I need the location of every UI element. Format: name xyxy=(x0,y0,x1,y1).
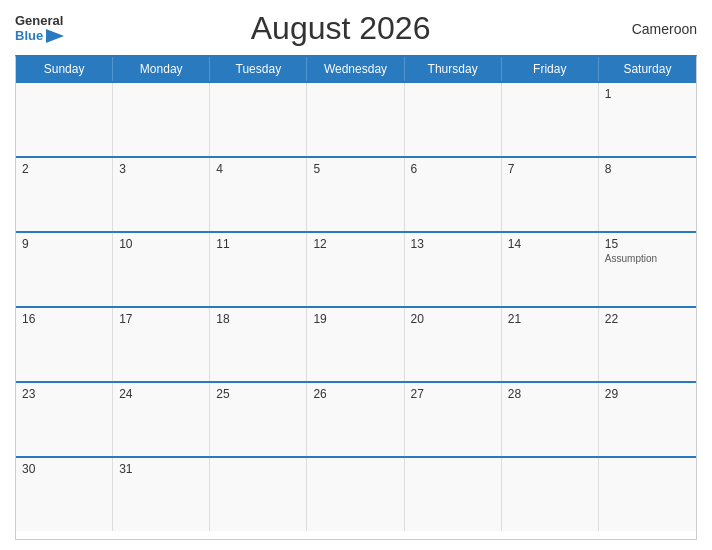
logo-blue: Blue xyxy=(15,29,43,44)
day-cell: 12 xyxy=(307,233,404,306)
calendar-page: General Blue August 2026 Cameroon Sunday… xyxy=(0,0,712,550)
country-label: Cameroon xyxy=(617,21,697,37)
day-cell: 21 xyxy=(502,308,599,381)
calendar: Sunday Monday Tuesday Wednesday Thursday… xyxy=(15,55,697,540)
day-cell: 5 xyxy=(307,158,404,231)
logo: General Blue xyxy=(15,14,64,44)
day-cell: 24 xyxy=(113,383,210,456)
day-cell: 29 xyxy=(599,383,696,456)
day-cell: 23 xyxy=(16,383,113,456)
day-number: 13 xyxy=(411,237,495,251)
day-cell: 16 xyxy=(16,308,113,381)
day-number: 24 xyxy=(119,387,203,401)
day-number: 9 xyxy=(22,237,106,251)
day-cell xyxy=(307,458,404,531)
day-cell: 8 xyxy=(599,158,696,231)
day-cell: 19 xyxy=(307,308,404,381)
day-number: 12 xyxy=(313,237,397,251)
day-cell: 17 xyxy=(113,308,210,381)
logo-flag-icon xyxy=(46,29,64,43)
day-cell: 26 xyxy=(307,383,404,456)
day-number: 15 xyxy=(605,237,690,251)
day-number: 11 xyxy=(216,237,300,251)
day-number: 30 xyxy=(22,462,106,476)
day-cell: 25 xyxy=(210,383,307,456)
week-row: 9101112131415Assumption xyxy=(16,231,696,306)
day-cell xyxy=(599,458,696,531)
day-cell: 14 xyxy=(502,233,599,306)
holiday-label: Assumption xyxy=(605,253,690,264)
header: General Blue August 2026 Cameroon xyxy=(15,10,697,47)
day-header-tue: Tuesday xyxy=(210,57,307,81)
day-number: 7 xyxy=(508,162,592,176)
day-cell: 15Assumption xyxy=(599,233,696,306)
day-number: 8 xyxy=(605,162,690,176)
day-number: 31 xyxy=(119,462,203,476)
day-number: 3 xyxy=(119,162,203,176)
day-cell: 30 xyxy=(16,458,113,531)
day-cell xyxy=(210,83,307,156)
day-number: 28 xyxy=(508,387,592,401)
day-number: 22 xyxy=(605,312,690,326)
day-cell: 9 xyxy=(16,233,113,306)
day-cell: 7 xyxy=(502,158,599,231)
week-row: 2345678 xyxy=(16,156,696,231)
day-number: 21 xyxy=(508,312,592,326)
day-cell xyxy=(210,458,307,531)
day-number: 5 xyxy=(313,162,397,176)
day-cell: 1 xyxy=(599,83,696,156)
day-number: 16 xyxy=(22,312,106,326)
day-number: 10 xyxy=(119,237,203,251)
day-cell: 6 xyxy=(405,158,502,231)
day-cell: 11 xyxy=(210,233,307,306)
day-cell xyxy=(16,83,113,156)
day-cell xyxy=(502,83,599,156)
day-cell xyxy=(502,458,599,531)
day-number: 4 xyxy=(216,162,300,176)
day-cell: 28 xyxy=(502,383,599,456)
day-cell: 20 xyxy=(405,308,502,381)
day-number: 20 xyxy=(411,312,495,326)
week-row: 3031 xyxy=(16,456,696,531)
day-cell: 27 xyxy=(405,383,502,456)
svg-marker-0 xyxy=(46,29,64,43)
day-header-wed: Wednesday xyxy=(307,57,404,81)
day-cell xyxy=(405,458,502,531)
day-header-thu: Thursday xyxy=(405,57,502,81)
day-cell xyxy=(307,83,404,156)
day-number: 1 xyxy=(605,87,690,101)
week-row: 23242526272829 xyxy=(16,381,696,456)
day-cell: 22 xyxy=(599,308,696,381)
day-number: 14 xyxy=(508,237,592,251)
day-number: 25 xyxy=(216,387,300,401)
week-row: 16171819202122 xyxy=(16,306,696,381)
day-cell: 13 xyxy=(405,233,502,306)
day-number: 26 xyxy=(313,387,397,401)
day-cell: 4 xyxy=(210,158,307,231)
day-cell: 18 xyxy=(210,308,307,381)
day-number: 19 xyxy=(313,312,397,326)
day-number: 23 xyxy=(22,387,106,401)
day-cell xyxy=(405,83,502,156)
day-cell: 31 xyxy=(113,458,210,531)
day-number: 18 xyxy=(216,312,300,326)
day-header-fri: Friday xyxy=(502,57,599,81)
weeks-container: 123456789101112131415Assumption161718192… xyxy=(16,81,696,531)
day-cell: 10 xyxy=(113,233,210,306)
month-title: August 2026 xyxy=(64,10,617,47)
day-number: 27 xyxy=(411,387,495,401)
day-header-sun: Sunday xyxy=(16,57,113,81)
days-header: Sunday Monday Tuesday Wednesday Thursday… xyxy=(16,57,696,81)
day-header-sat: Saturday xyxy=(599,57,696,81)
day-number: 6 xyxy=(411,162,495,176)
day-cell xyxy=(113,83,210,156)
day-cell: 3 xyxy=(113,158,210,231)
day-number: 29 xyxy=(605,387,690,401)
day-number: 17 xyxy=(119,312,203,326)
logo-general: General xyxy=(15,14,63,29)
day-cell: 2 xyxy=(16,158,113,231)
day-number: 2 xyxy=(22,162,106,176)
day-header-mon: Monday xyxy=(113,57,210,81)
week-row: 1 xyxy=(16,81,696,156)
